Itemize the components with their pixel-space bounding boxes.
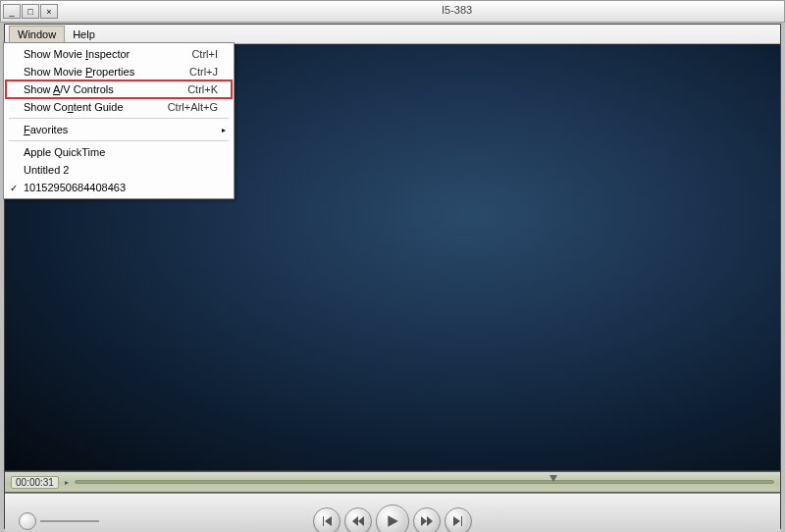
volume-track[interactable]: [40, 520, 99, 522]
menu-item-show-a-v-controls[interactable]: Show A/V ControlsCtrl+K: [6, 80, 232, 98]
volume-knob[interactable]: [19, 512, 36, 530]
timeline-bar: 00:00:31 ▸: [5, 471, 780, 493]
menu-separator: [9, 140, 229, 141]
seek-marker-icon[interactable]: [550, 475, 557, 482]
menu-item-accel: Ctrl+Alt+G: [168, 101, 218, 113]
control-strip: [5, 493, 780, 532]
playback-controls: [313, 505, 472, 533]
maximize-button[interactable]: □: [22, 4, 39, 19]
skip-start-icon: [321, 515, 333, 527]
fast-forward-button[interactable]: [413, 507, 441, 533]
menu-item-label: Untitled 2: [24, 164, 69, 176]
menu-separator: [9, 118, 229, 119]
menu-item-label: Show Content Guide: [24, 101, 124, 113]
menu-item-show-movie-inspector[interactable]: Show Movie InspectorCtrl+I: [6, 45, 232, 63]
menu-item-apple-quicktime[interactable]: Apple QuickTime: [6, 143, 232, 161]
menu-item-untitled-2[interactable]: Untitled 2: [6, 161, 232, 179]
menu-item-accel: Ctrl+J: [189, 66, 218, 78]
play-button[interactable]: [376, 505, 409, 533]
menu-item-label: Show Movie Properties: [24, 66, 134, 78]
menu-item-label: Favorites: [24, 124, 68, 135]
menu-item-favorites[interactable]: Favorites▸: [6, 121, 232, 138]
skip-end-icon: [452, 515, 464, 527]
skip-end-button[interactable]: [445, 507, 472, 533]
skip-start-button[interactable]: [313, 507, 340, 533]
title-bar: I5-383 _ □ ×: [0, 0, 785, 23]
menu-item-label: Show Movie Inspector: [24, 48, 130, 60]
menu-item-label: Apple QuickTime: [24, 146, 105, 158]
close-button[interactable]: ×: [40, 4, 58, 19]
menu-item-label: 10152950684408463: [24, 182, 126, 193]
submenu-arrow-icon: ▸: [222, 126, 226, 134]
time-arrow-icon: ▸: [65, 478, 69, 487]
menu-item-accel: Ctrl+K: [187, 83, 218, 95]
seek-track[interactable]: [75, 480, 774, 484]
fast-forward-icon: [421, 515, 433, 527]
menu-item-label: Show A/V Controls: [24, 83, 114, 95]
play-icon: [386, 514, 399, 528]
window-menu-dropdown: Show Movie InspectorCtrl+IShow Movie Pro…: [3, 42, 235, 199]
minimize-button[interactable]: _: [3, 4, 21, 19]
window-title-fragment: I5-383: [442, 4, 472, 16]
time-display: 00:00:31: [11, 476, 59, 489]
window-buttons: _ □ ×: [3, 4, 58, 19]
check-icon: ✓: [10, 183, 18, 193]
menu-window[interactable]: Window: [9, 26, 65, 43]
menu-item-show-movie-properties[interactable]: Show Movie PropertiesCtrl+J: [6, 63, 232, 80]
menu-item-accel: Ctrl+I: [191, 48, 218, 60]
menu-item-show-content-guide[interactable]: Show Content GuideCtrl+Alt+G: [6, 98, 232, 116]
rewind-icon: [352, 515, 364, 527]
menubar: Window Help: [5, 25, 780, 44]
menu-item-10152950684408463[interactable]: ✓10152950684408463: [6, 179, 232, 196]
menu-help[interactable]: Help: [65, 27, 103, 42]
rewind-button[interactable]: [344, 507, 372, 533]
